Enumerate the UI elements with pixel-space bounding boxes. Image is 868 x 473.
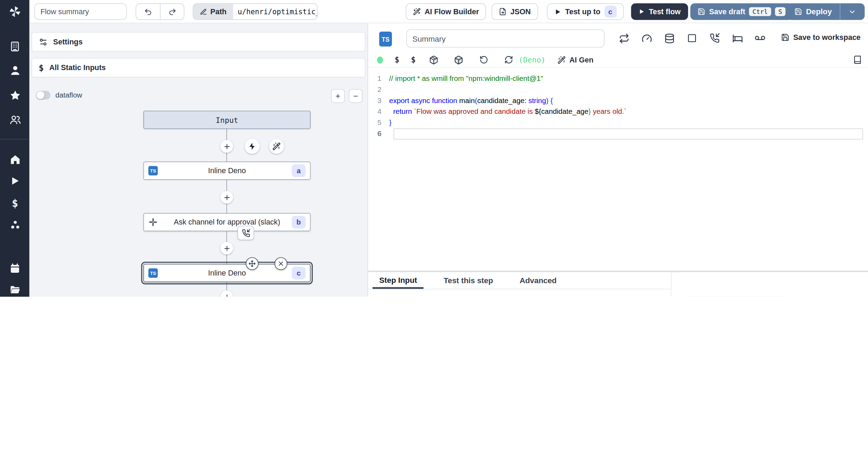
tab-test-this-step[interactable]: Test this step bbox=[437, 272, 500, 289]
zoom-out-button[interactable]: − bbox=[349, 89, 362, 103]
package-icon[interactable] bbox=[427, 53, 441, 66]
groups-icon[interactable] bbox=[9, 113, 21, 126]
flow-input-node[interactable]: Input bbox=[143, 111, 311, 129]
code-line[interactable]: 3export async function main(candidate_ag… bbox=[368, 95, 865, 106]
early-stop-icon[interactable] bbox=[685, 32, 699, 45]
all-static-inputs-label: All Static Inputs bbox=[49, 64, 106, 72]
trigger-zap-button[interactable] bbox=[245, 139, 260, 154]
runtime-label: (Deno) bbox=[519, 55, 546, 64]
status-dot bbox=[377, 56, 383, 64]
home-icon[interactable] bbox=[9, 153, 21, 166]
deploy-label: Deploy bbox=[806, 7, 832, 16]
redo-button[interactable] bbox=[160, 4, 184, 19]
code-line[interactable]: 1// import * as wmill from "npm:windmill… bbox=[368, 73, 865, 84]
prop-picker-panel: ← Edit or connect an input Flow Input No… bbox=[678, 272, 868, 297]
mock-voicemail-icon[interactable] bbox=[753, 32, 767, 45]
json-button[interactable]: JSON bbox=[492, 3, 538, 20]
kbd-s: S bbox=[775, 7, 785, 16]
node-id-badge: c bbox=[292, 267, 306, 279]
deploy-dropdown-button[interactable] bbox=[840, 3, 865, 20]
test-flow-button[interactable]: Test flow bbox=[631, 3, 688, 20]
flow-summary-input[interactable] bbox=[34, 3, 127, 20]
step-input-panel: Step Input Test this step Advanced candi… bbox=[368, 272, 671, 297]
kbd-ctrl: Ctrl bbox=[749, 7, 771, 16]
file-json-icon bbox=[499, 8, 507, 15]
cache-database-icon[interactable] bbox=[662, 32, 676, 45]
save-draft-button[interactable]: Save draft Ctrl S bbox=[690, 3, 793, 20]
editor-panel: TS Save to workspace $ $ (Deno) bbox=[368, 23, 868, 297]
ai-flow-builder-label: AI Flow Builder bbox=[425, 8, 479, 16]
favorites-star-icon[interactable] bbox=[9, 89, 21, 101]
retry-icon[interactable] bbox=[617, 32, 631, 45]
code-line[interactable]: 2 bbox=[368, 84, 865, 95]
code-line[interactable]: 4 return `Flow was approved and candidat… bbox=[368, 106, 865, 117]
user-icon[interactable] bbox=[9, 64, 21, 76]
wand-icon bbox=[557, 56, 566, 64]
path-group: Path u/henri/optimistic_flo bbox=[193, 3, 318, 20]
resources-dollar-icon[interactable]: $ bbox=[411, 55, 416, 64]
ai-flow-builder-button[interactable]: AI Flow Builder bbox=[406, 3, 486, 20]
variables-dollar-icon[interactable]: $ bbox=[395, 55, 399, 64]
step-badge: c bbox=[604, 6, 616, 18]
chevron-down-icon bbox=[848, 8, 857, 16]
library-icon[interactable] bbox=[851, 53, 864, 66]
reset-rotate-ccw-icon[interactable] bbox=[477, 53, 490, 66]
dataflow-toggle[interactable] bbox=[36, 91, 50, 100]
path-edit-button[interactable]: Path bbox=[193, 4, 233, 19]
package-filled-icon[interactable] bbox=[452, 53, 465, 66]
add-step-button[interactable] bbox=[220, 140, 233, 153]
resources-boxes-icon[interactable] bbox=[9, 219, 21, 231]
code-lines: 1// import * as wmill from "npm:windmill… bbox=[368, 73, 865, 139]
folders-icon[interactable] bbox=[9, 283, 21, 295]
node-label: Input bbox=[144, 115, 310, 124]
test-up-to-button[interactable]: Test up to c bbox=[547, 3, 624, 20]
undo-redo-group bbox=[136, 3, 184, 20]
runs-play-icon[interactable] bbox=[9, 175, 21, 187]
play-icon bbox=[554, 8, 561, 15]
suspend-phone-icon[interactable] bbox=[708, 32, 721, 45]
summary-input[interactable] bbox=[406, 29, 604, 48]
flow-node-a[interactable]: TS Inline Deno a bbox=[143, 162, 311, 180]
flow-node-b[interactable]: Ask channel for approval (slack) b bbox=[143, 213, 311, 231]
ai-gen-button[interactable]: AI Gen bbox=[557, 56, 593, 64]
save-draft-label: Save draft bbox=[709, 8, 745, 16]
schedules-calendar-icon[interactable] bbox=[9, 262, 21, 274]
add-step-button[interactable] bbox=[220, 242, 233, 255]
deploy-group: Deploy bbox=[787, 3, 865, 20]
sleep-bed-icon[interactable] bbox=[731, 32, 744, 45]
ai-wand-button[interactable] bbox=[269, 139, 284, 154]
step-tabs: Step Input Test this step Advanced bbox=[368, 272, 671, 289]
test-flow-label: Test flow bbox=[649, 8, 681, 16]
refresh-icon bbox=[502, 53, 515, 66]
workspace-icon[interactable] bbox=[9, 40, 21, 52]
windmill-logo-icon[interactable] bbox=[8, 5, 22, 19]
move-node-handle[interactable] bbox=[246, 257, 259, 270]
code-line[interactable]: 5} bbox=[368, 117, 865, 128]
suspend-approval-badge[interactable] bbox=[237, 226, 254, 240]
code-editor[interactable]: 1// import * as wmill from "npm:windmill… bbox=[368, 73, 865, 270]
test-up-to-label: Test up to bbox=[565, 8, 600, 16]
concurrency-gauge-icon[interactable] bbox=[640, 32, 653, 45]
settings-label: Settings bbox=[53, 37, 83, 46]
deploy-button[interactable]: Deploy bbox=[787, 3, 840, 20]
settings-bar[interactable]: Settings bbox=[32, 32, 365, 51]
runtime-switcher[interactable]: (Deno) bbox=[502, 53, 546, 66]
all-static-inputs-bar[interactable]: $ All Static Inputs bbox=[32, 58, 365, 77]
add-step-button[interactable] bbox=[220, 290, 233, 297]
save-to-workspace-button[interactable]: Save to workspace bbox=[781, 33, 861, 42]
node-label: Inline Deno bbox=[144, 167, 310, 175]
sidebar: $ bbox=[0, 0, 30, 297]
pencil-icon bbox=[200, 8, 207, 15]
sliders-icon bbox=[39, 37, 48, 47]
code-line[interactable]: 6 bbox=[368, 128, 865, 140]
undo-button[interactable] bbox=[136, 4, 160, 19]
delete-node-button[interactable] bbox=[275, 257, 287, 270]
zoom-in-button[interactable]: + bbox=[331, 89, 345, 103]
variables-dollar-icon[interactable]: $ bbox=[9, 197, 21, 209]
save-icon bbox=[794, 8, 802, 15]
app-window: $ Path u/henri/optimistic_flo AI Flow Bu… bbox=[0, 0, 868, 297]
add-step-button[interactable] bbox=[220, 191, 233, 204]
tab-advanced[interactable]: Advanced bbox=[513, 272, 563, 289]
path-value-input[interactable]: u/henri/optimistic_flo bbox=[233, 4, 317, 19]
tab-step-input[interactable]: Step Input bbox=[373, 272, 424, 289]
